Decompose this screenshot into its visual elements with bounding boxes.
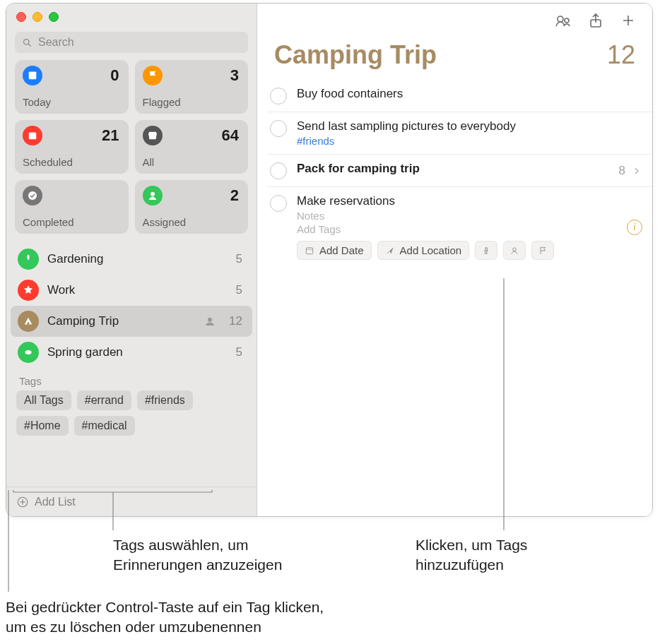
svg-point-8	[558, 16, 563, 22]
smart-list-completed[interactable]: Completed	[15, 180, 129, 234]
smart-label: Today	[23, 96, 51, 108]
list-icon	[18, 249, 39, 270]
list-name: Gardening	[47, 252, 228, 266]
sidebar-list-gardening[interactable]: Gardening 5	[6, 244, 257, 275]
callout-select-tags: Tags auswählen, um Erinnerungen anzuzeig…	[113, 535, 282, 576]
svg-point-6	[208, 318, 212, 322]
reminder-row[interactable]: Buy food containers	[267, 80, 652, 112]
list-title: Camping Trip	[274, 40, 607, 70]
complete-toggle[interactable]	[270, 195, 287, 212]
main-panel: Camping Trip 12 Buy food containers Send…	[257, 4, 652, 516]
main-toolbar	[257, 4, 652, 37]
add-date-button[interactable]: Add Date	[297, 241, 372, 260]
reminder-addtags-placeholder[interactable]: Add Tags	[297, 223, 617, 235]
app-window: Search 0 Today 3 Flagged 21 Scheduled 64…	[6, 3, 653, 517]
smart-list-all[interactable]: 64 All	[135, 120, 249, 174]
tag-medical[interactable]: #medical	[74, 416, 135, 436]
minimize-window-button[interactable]	[33, 12, 42, 22]
list-name: Work	[47, 283, 228, 297]
smart-label: Scheduled	[23, 156, 73, 168]
list-count: 5	[236, 345, 242, 359]
tag-friends[interactable]: #friends	[137, 390, 193, 410]
reminder-title: Pack for camping trip	[297, 162, 609, 176]
tag-home[interactable]: #Home	[16, 416, 69, 436]
tag-errand[interactable]: #errand	[77, 390, 131, 410]
reminder-title: Make reservations	[297, 194, 617, 208]
svg-point-9	[565, 18, 569, 23]
svg-rect-11	[306, 247, 312, 254]
smart-count: 64	[222, 126, 239, 145]
svg-point-0	[24, 39, 30, 44]
shared-icon	[204, 315, 216, 328]
svg-point-5	[151, 192, 155, 196]
sidebar-list-work[interactable]: Work 5	[6, 275, 257, 306]
chevron-right-icon	[631, 165, 642, 177]
list-icon	[18, 311, 39, 332]
tags-container: All Tags#errand#friends#Home#medical	[6, 390, 257, 443]
complete-toggle[interactable]	[270, 120, 287, 137]
list-count: 5	[236, 252, 242, 266]
complete-toggle[interactable]	[270, 162, 287, 179]
reminder-notes-placeholder[interactable]: Notes	[297, 210, 617, 222]
smart-label: All	[143, 156, 155, 168]
add-location-button[interactable]: Add Location	[377, 241, 470, 260]
zoom-window-button[interactable]	[49, 12, 59, 22]
reminder-row[interactable]: Make reservationsNotesAdd Tags Add Date …	[267, 187, 652, 267]
smart-list-assigned[interactable]: 2 Assigned	[135, 180, 249, 234]
flagged-icon	[143, 66, 163, 85]
add-list-button[interactable]: Add List	[6, 487, 257, 516]
collaborate-icon[interactable]	[555, 12, 572, 29]
smart-count: 0	[110, 66, 119, 85]
smart-label: Flagged	[143, 96, 181, 108]
smart-label: Completed	[23, 216, 74, 228]
tag-all-tags[interactable]: All Tags	[16, 390, 71, 410]
smart-label: Assigned	[143, 216, 187, 228]
sidebar: Search 0 Today 3 Flagged 21 Scheduled 64…	[6, 4, 257, 516]
list-count: 12	[229, 314, 242, 328]
smart-count: 21	[102, 126, 119, 145]
complete-toggle[interactable]	[270, 88, 287, 105]
close-window-button[interactable]	[16, 12, 26, 22]
callout-click-add-tags: Klicken, um Tags hinzuzufügen	[416, 535, 527, 576]
add-tag-button[interactable]	[475, 241, 497, 260]
list-icon	[18, 342, 39, 363]
search-field[interactable]: Search	[15, 32, 248, 53]
completed-icon	[23, 186, 42, 205]
new-reminder-icon[interactable]	[620, 12, 637, 29]
all-icon	[143, 126, 163, 145]
smart-list-scheduled[interactable]: 21 Scheduled	[15, 120, 129, 174]
sidebar-list-spring-garden[interactable]: Spring garden 5	[6, 337, 257, 368]
reminder-title: Send last sampling pictures to everybody	[297, 119, 632, 133]
reminder-tag[interactable]: #friends	[297, 135, 632, 147]
reminder-row[interactable]: Send last sampling pictures to everybody…	[267, 112, 652, 155]
reminder-items: Buy food containers Send last sampling p…	[257, 80, 652, 267]
svg-point-4	[28, 191, 37, 200]
scheduled-icon	[23, 126, 42, 145]
search-placeholder: Search	[38, 36, 241, 49]
sidebar-list-camping-trip[interactable]: Camping Trip 12	[11, 306, 252, 337]
info-icon[interactable]: i	[627, 220, 642, 235]
add-list-label: Add List	[35, 496, 76, 508]
my-lists: Gardening 5 Work 5 Camping Trip 12 Sprin…	[6, 241, 257, 487]
smart-list-flagged[interactable]: 3 Flagged	[135, 60, 249, 114]
reminder-actions: Add Date Add Location	[297, 241, 617, 260]
list-count: 5	[236, 283, 242, 297]
assign-button[interactable]	[503, 241, 526, 260]
reminder-title: Buy food containers	[297, 87, 632, 101]
callout-control-click: Bei gedrückter Control-Taste auf ein Tag…	[6, 597, 324, 638]
smart-count: 3	[230, 66, 239, 85]
share-icon[interactable]	[587, 12, 604, 29]
plus-circle-icon	[16, 496, 29, 508]
svg-point-12	[513, 247, 517, 251]
assigned-icon	[143, 186, 163, 205]
list-name: Spring garden	[47, 345, 228, 359]
reminder-row[interactable]: Pack for camping trip 8	[267, 155, 652, 187]
subtask-count: 8	[619, 164, 625, 178]
smart-list-today[interactable]: 0 Today	[15, 60, 129, 114]
flag-button[interactable]	[531, 241, 554, 260]
list-name: Camping Trip	[47, 314, 195, 328]
svg-rect-3	[29, 133, 37, 140]
today-icon	[23, 66, 42, 85]
list-icon	[18, 280, 39, 301]
svg-rect-2	[29, 72, 37, 74]
